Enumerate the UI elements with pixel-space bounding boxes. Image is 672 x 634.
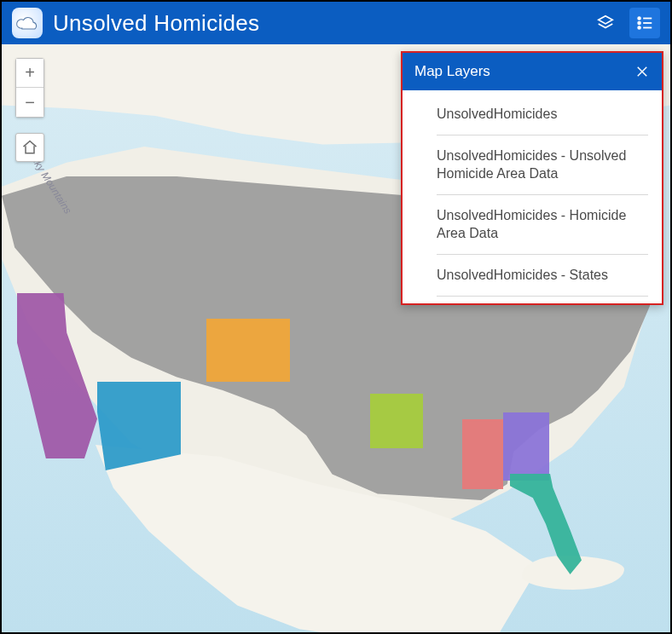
map-canvas[interactable]: Rocky Mountains + − Map Layers Unsol — [2, 44, 670, 632]
zoom-out-button[interactable]: − — [16, 88, 43, 117]
zoom-control: + − — [15, 58, 44, 118]
app-header: Unsolved Homicides — [2, 2, 670, 44]
state-georgia[interactable] — [503, 412, 549, 481]
list-icon — [635, 14, 654, 32]
app-title: Unsolved Homicides — [53, 10, 582, 37]
app-logo — [12, 8, 43, 38]
map-layers-panel: Map Layers UnsolvedHomicidesUnsolvedHomi… — [401, 51, 663, 305]
app-frame: Unsolved Homicides Rocky Mountains — [0, 0, 672, 634]
layer-item[interactable]: UnsolvedHomicides - States — [437, 255, 648, 297]
layer-item[interactable]: UnsolvedHomicides - Unsolved Homicide Ar… — [437, 135, 648, 195]
legend-button[interactable] — [629, 8, 660, 38]
layers-button[interactable] — [590, 8, 621, 38]
layer-item[interactable]: UnsolvedHomicides - Homicide Area Data — [437, 195, 648, 255]
cloud-icon — [15, 14, 39, 32]
state-arkansas[interactable] — [370, 394, 423, 448]
svg-point-4 — [638, 26, 640, 29]
svg-point-0 — [638, 17, 640, 20]
home-icon — [21, 139, 38, 156]
state-colorado[interactable] — [206, 319, 290, 382]
map-layers-list: UnsolvedHomicidesUnsolvedHomicides - Uns… — [403, 90, 662, 303]
map-layers-close-button[interactable] — [634, 64, 650, 79]
close-icon — [634, 64, 650, 79]
home-extent-button[interactable] — [15, 133, 44, 162]
layers-icon — [596, 14, 615, 32]
layer-item[interactable]: UnsolvedHomicides — [437, 94, 648, 135]
map-layers-header: Map Layers — [403, 53, 662, 90]
svg-point-2 — [638, 22, 640, 25]
map-layers-title: Map Layers — [414, 63, 634, 80]
state-alabama[interactable] — [462, 419, 503, 489]
zoom-in-button[interactable]: + — [16, 59, 43, 88]
